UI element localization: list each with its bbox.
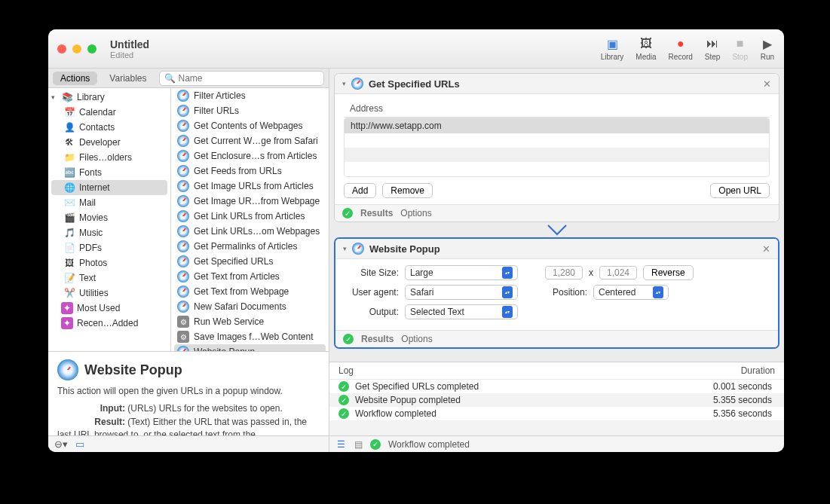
flow-view-icon[interactable]: ▤ [354, 439, 363, 450]
sidebar-item-movies[interactable]: 🎬Movies [48, 210, 170, 225]
service-icon: ⚙ [177, 331, 189, 343]
toolbar-run[interactable]: ▶ Run [760, 36, 775, 61]
check-icon: ✓ [338, 408, 349, 419]
options-label[interactable]: Options [401, 334, 432, 344]
action-item[interactable]: Get Contents of Webpages [171, 118, 329, 133]
table-row[interactable] [345, 148, 769, 162]
toolbar-record[interactable]: ● Record [669, 36, 693, 61]
smart-folder-icon: ✦ [61, 317, 73, 329]
position-select[interactable]: Centered▴▾ [593, 285, 669, 300]
close-icon[interactable]: ✕ [762, 243, 770, 255]
user-agent-select[interactable]: Safari▴▾ [405, 285, 518, 300]
sidebar-item-pdfs[interactable]: 📄PDFs [48, 240, 170, 255]
action-item[interactable]: New Safari Documents [171, 299, 329, 314]
sidebar-item-mail[interactable]: ✉️Mail [48, 195, 170, 210]
traffic-lights [57, 44, 96, 53]
action-list[interactable]: Filter ArticlesFilter URLsGet Contents o… [171, 88, 329, 351]
safari-icon [177, 150, 189, 162]
flow-icon[interactable]: ▭ [75, 438, 84, 450]
log-row [329, 420, 784, 435]
site-size-select[interactable]: Large▴▾ [405, 265, 518, 280]
reverse-button[interactable]: Reverse [643, 265, 694, 280]
height-input[interactable]: 1,024 [599, 266, 637, 279]
toolbar-library[interactable]: ▣ Library [601, 36, 624, 61]
action-item[interactable]: Get Link URLs from Articles [171, 209, 329, 224]
safari-icon [177, 225, 189, 237]
action-item[interactable]: ⚙Run Web Service [171, 314, 329, 329]
minimize-window-button[interactable] [72, 44, 81, 53]
chevron-down-icon[interactable]: ▾ [342, 80, 346, 87]
action-item[interactable]: Get Enclosure…s from Articles [171, 148, 329, 163]
table-row[interactable] [345, 162, 769, 176]
action-item[interactable]: Get Feeds from URLs [171, 163, 329, 179]
window-subtitle: Edited [110, 50, 149, 60]
category-icon: 📄 [63, 242, 75, 254]
workflow-step-website-popup[interactable]: ▾ Website Popup ✕ Site Size: Large▴▾ 1,2… [334, 237, 779, 349]
safari-icon [351, 78, 363, 90]
library-root[interactable]: ▾📚Library [48, 90, 170, 105]
action-item[interactable]: Get Specified URLs [171, 254, 329, 269]
action-item[interactable]: Get Link URLs…om Webpages [171, 224, 329, 239]
sidebar-item-calendar[interactable]: 📅Calendar [48, 105, 170, 120]
category-icon: 👤 [63, 121, 75, 133]
tab-variables[interactable]: Variables [102, 72, 154, 85]
action-item[interactable]: Get Text from Articles [171, 269, 329, 284]
chevron-down-icon[interactable]: ▾ [343, 245, 347, 252]
chevron-down-icon[interactable]: ▾ [51, 93, 57, 101]
sidebar-item-recenadded[interactable]: ✦Recen…Added [48, 316, 170, 331]
action-item[interactable]: Get Current W…ge from Safari [171, 133, 329, 148]
remove-button[interactable]: Remove [382, 183, 433, 198]
close-icon[interactable]: ✕ [763, 78, 771, 90]
check-icon: ✓ [343, 334, 354, 344]
sidebar-item-fonts[interactable]: 🔤Fonts [48, 165, 170, 180]
action-item[interactable]: Filter Articles [171, 88, 329, 103]
action-item[interactable]: ⚙Save Images f…Web Content [171, 329, 329, 344]
left-footer: ⊖▾ ▭ [48, 435, 329, 452]
action-item[interactable]: Get Image URLs from Articles [171, 179, 329, 194]
action-item[interactable]: Get Text from Webpage [171, 284, 329, 299]
action-item[interactable]: Get Image UR…from Webpage [171, 194, 329, 209]
open-url-button[interactable]: Open URL [710, 183, 770, 198]
width-input[interactable]: 1,280 [545, 266, 583, 279]
sidebar-item-utilities[interactable]: ✂️Utilities [48, 286, 170, 301]
url-table[interactable]: http://www.setapp.com [344, 118, 770, 177]
window-title: Untitled [110, 38, 149, 50]
safari-icon [177, 255, 189, 267]
sidebar-item-developer[interactable]: 🛠Developer [48, 135, 170, 150]
right-footer: ☰ ▤ ✓ Workflow completed [329, 435, 784, 452]
duration-header: Duration [741, 365, 775, 376]
zoom-window-button[interactable] [87, 44, 96, 53]
search-input[interactable] [179, 73, 320, 84]
sidebar-item-photos[interactable]: 🖼Photos [48, 255, 170, 270]
table-row[interactable]: http://www.setapp.com [345, 118, 769, 133]
action-item[interactable]: Filter URLs [171, 103, 329, 118]
list-view-icon[interactable]: ☰ [337, 439, 345, 450]
library-tree[interactable]: ▾📚Library📅Calendar👤Contacts🛠Developer📁Fi… [48, 88, 171, 351]
action-item[interactable]: Get Permalinks of Articles [171, 239, 329, 254]
results-label[interactable]: Results [360, 208, 393, 218]
options-label[interactable]: Options [400, 208, 431, 218]
sidebar-item-mostused[interactable]: ✦Most Used [48, 301, 170, 316]
log-panel: Log Duration ✓Get Specified URLs complet… [329, 362, 784, 435]
sidebar-item-filesolders[interactable]: 📁Files…olders [48, 150, 170, 165]
sidebar-item-contacts[interactable]: 👤Contacts [48, 120, 170, 135]
toolbar-step[interactable]: ⏭ Step [705, 36, 721, 61]
settings-icon[interactable]: ⊖▾ [54, 438, 68, 450]
table-row[interactable] [345, 133, 769, 148]
sidebar-item-music[interactable]: 🎵Music [48, 225, 170, 240]
log-row: ✓Get Specified URLs completed0.001 secon… [329, 380, 784, 393]
close-window-button[interactable] [57, 44, 66, 53]
search-field[interactable]: 🔍 [159, 71, 325, 86]
toolbar-media[interactable]: 🖼 Media [636, 36, 656, 61]
smart-folder-icon: ✦ [61, 302, 73, 314]
tab-actions[interactable]: Actions [53, 72, 97, 85]
action-item[interactable]: Website Popup [174, 344, 326, 351]
workflow-step-get-urls[interactable]: ▾ Get Specified URLs ✕ Address http://ww… [334, 73, 779, 222]
log-row: ✓Workflow completed5.356 seconds [329, 407, 784, 420]
category-icon: 🔤 [63, 166, 75, 179]
sidebar-item-text[interactable]: 📝Text [48, 270, 170, 286]
add-button[interactable]: Add [344, 183, 376, 198]
sidebar-item-internet[interactable]: 🌐Internet [51, 180, 167, 195]
results-label[interactable]: Results [361, 334, 394, 344]
output-select[interactable]: Selected Text▴▾ [405, 304, 518, 319]
